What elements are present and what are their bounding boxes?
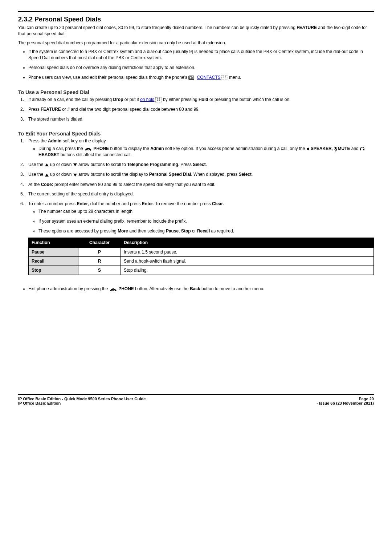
footer-right: Page 20 - Issue 6b (23 November 2011) [317,397,374,405]
edit-step-2: Use the up or down arrow buttons to scro… [25,162,374,168]
svg-rect-1 [189,77,192,79]
edit-step-1-sub: During a call, press the PHONE button to… [38,146,374,158]
contacts-page-ref: 44 [221,75,228,80]
use-heading: To Use a Personal Speed Dial [18,89,374,95]
edit-step-1: Press the Admin soft key on the display.… [25,138,374,158]
down-arrow-icon [73,172,77,178]
section-number: 2.3.2 [18,16,33,23]
page-footer: IP Office Basic Edition - Quick Mode 950… [18,394,374,405]
use-step-2: Press FEATURE or # and dial the two digi… [25,106,374,113]
svg-rect-9 [360,149,361,150]
document-page: 2.3.2 Personal Speed Dials You can creat… [0,0,392,409]
contacts-link[interactable]: CONTACTS [197,75,221,80]
phone-icon [109,286,117,292]
edit-step-4: At the Code: prompt enter between 80 and… [25,182,374,188]
edit-step-6-sub2: If your system uses an external dialing … [38,218,374,224]
svg-marker-11 [45,163,49,166]
mute-icon [334,146,338,152]
function-table: Function Character Description Pause P I… [28,238,374,275]
on-hold-page-ref: 23 [155,97,162,102]
svg-rect-10 [363,149,364,150]
phone-icon [84,146,92,152]
th-character: Character [78,238,121,248]
table-row: Recall R Send a hook-switch flash signal… [29,257,374,266]
edit-heading: To Edit Your Personal Speed Dials [18,131,374,137]
use-step-1: If already on a call, end the call by pr… [25,97,374,103]
edit-step-3: Use the up or down arrow buttons to scro… [25,171,374,178]
footer-left: IP Office Basic Edition - Quick Mode 950… [18,397,146,405]
up-arrow-icon [45,162,49,168]
use-steps: If already on a call, end the call by pr… [18,97,374,122]
edit-step-6-sub3: These options are accessed by pressing M… [38,228,374,234]
th-function: Function [29,238,78,248]
top-rule [18,11,374,12]
edit-step-6-sub1: The number can be up to 28 characters in… [38,208,374,215]
svg-marker-13 [45,174,49,177]
table-header-row: Function Character Description [29,238,374,248]
th-description: Description [121,238,374,248]
intro-bullet-3: Phone users can view, use and edit their… [28,74,374,81]
intro-paragraph-1: You can create up to 20 personal speed d… [18,25,374,37]
edit-step-6: To enter a number press Enter, dial the … [25,201,374,234]
svg-marker-12 [73,163,77,166]
contacts-icon [188,74,196,81]
table-row: Pause P Inserts a 1.5 second pause. [29,248,374,257]
svg-marker-14 [73,174,77,177]
section-title-text: Personal Speed Dials [34,16,101,23]
section-heading: 2.3.2 Personal Speed Dials [18,16,374,23]
intro-bullets: If the system is connected to a PBX or C… [18,49,374,81]
intro-bullet-1: If the system is connected to a PBX or C… [28,49,374,61]
function-table-wrapper: Function Character Description Pause P I… [28,238,374,275]
up-arrow-icon [45,172,49,178]
edit-steps: Press the Admin soft key on the display.… [18,138,374,234]
exit-bullet: Exit phone administration by pressing th… [28,286,374,292]
intro-bullet-2: Personal speed dials do not override any… [28,65,374,71]
table-row: Stop S Stop dialing. [29,266,374,275]
use-step-3: The stored number is dialed. [25,116,374,122]
on-hold-link[interactable]: on hold [140,97,154,102]
speaker-icon [306,146,311,152]
exit-bullet-list: Exit phone administration by pressing th… [18,286,374,292]
down-arrow-icon [73,162,77,168]
intro-paragraph-2: The personal speed dial numbers programm… [18,40,374,46]
headset-icon [360,146,365,152]
edit-step-5: The current setting of the speed dial en… [25,191,374,197]
